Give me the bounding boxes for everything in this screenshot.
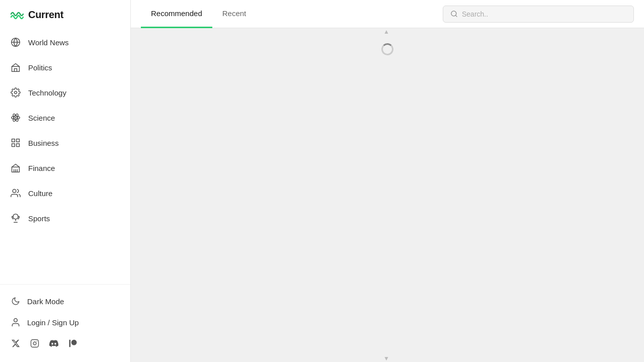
sidebar-item-sports[interactable]: Sports [0, 206, 130, 231]
sidebar-item-finance[interactable]: Finance [0, 155, 130, 180]
columns-icon [10, 162, 21, 173]
search-input[interactable] [462, 10, 626, 18]
moon-icon [10, 296, 21, 307]
grid-icon [10, 137, 21, 148]
svg-rect-13 [12, 144, 15, 147]
atom-icon [10, 112, 21, 123]
sidebar-label-science: Science [28, 114, 55, 122]
search-icon [450, 10, 458, 18]
sidebar-label-politics: Politics [28, 63, 52, 72]
patreon-icon[interactable] [67, 338, 78, 349]
logo-area: Current [0, 0, 130, 26]
sidebar-label-technology: Technology [28, 88, 66, 97]
loading-spinner [381, 43, 393, 55]
nav-scroll-wrapper: World News Politics [0, 26, 130, 284]
login-label: Login / Sign Up [27, 318, 79, 327]
dark-mode-label: Dark Mode [27, 297, 64, 306]
svg-rect-22 [31, 340, 39, 347]
svg-point-21 [14, 319, 18, 322]
login-button[interactable]: Login / Sign Up [10, 312, 120, 333]
content-area: ▲ ▼ [131, 28, 644, 362]
sidebar-label-finance: Finance [28, 164, 55, 172]
svg-rect-14 [17, 144, 20, 147]
social-icons-row [10, 333, 120, 354]
globe-icon [10, 37, 21, 48]
sidebar-item-politics[interactable]: Politics [0, 55, 130, 80]
tab-recommended[interactable]: Recommended [141, 0, 212, 28]
svg-point-6 [15, 92, 17, 94]
svg-rect-11 [12, 139, 15, 142]
sidebar-item-business[interactable]: Business [0, 130, 130, 155]
gear-icon [10, 87, 21, 98]
svg-point-7 [15, 117, 16, 118]
tab-recent[interactable]: Recent [212, 0, 257, 28]
content-scroll-down-arrow[interactable]: ▼ [383, 355, 389, 362]
loading-spinner-area [381, 43, 393, 55]
app-name: Current [28, 9, 63, 21]
sidebar: Current World News [0, 0, 131, 362]
sidebar-label-sports: Sports [28, 214, 50, 223]
content-scroll-up-arrow[interactable]: ▲ [383, 28, 389, 35]
tabs-group: Recommended Recent [141, 0, 256, 28]
sidebar-item-science[interactable]: Science [0, 105, 130, 130]
dark-mode-toggle[interactable]: Dark Mode [10, 291, 120, 312]
logo-icon [10, 10, 24, 20]
building-icon [10, 62, 21, 73]
instagram-icon[interactable] [29, 338, 40, 349]
sidebar-item-culture[interactable]: Culture [0, 180, 130, 206]
svg-rect-12 [17, 139, 20, 142]
svg-point-19 [13, 190, 16, 193]
sidebar-item-world-news[interactable]: World News [0, 30, 130, 55]
sidebar-bottom: Dark Mode Login / Sign Up [0, 284, 130, 362]
tabs-bar: Recommended Recent [131, 0, 644, 28]
nav-list: World News Politics [0, 26, 130, 284]
user-icon [10, 317, 21, 328]
discord-icon[interactable] [48, 338, 59, 349]
svg-rect-2 [12, 66, 20, 71]
twitter-icon[interactable] [10, 338, 21, 349]
sidebar-label-culture: Culture [28, 189, 52, 198]
people-icon [10, 188, 21, 199]
sidebar-item-technology[interactable]: Technology [0, 80, 130, 105]
main-content: Recommended Recent ▲ ▼ [131, 0, 644, 362]
svg-point-20 [13, 214, 18, 219]
sidebar-label-world-news: World News [28, 38, 69, 47]
trophy-icon [10, 213, 21, 224]
svg-line-25 [455, 15, 457, 17]
sidebar-label-business: Business [28, 139, 59, 147]
search-box [443, 6, 634, 23]
svg-point-8 [12, 116, 20, 120]
